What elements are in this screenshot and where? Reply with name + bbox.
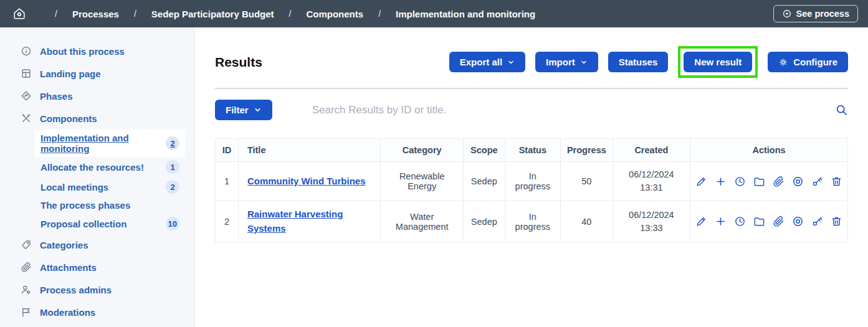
breadcrumb-components[interactable]: Components bbox=[306, 9, 363, 19]
tools-icon bbox=[21, 113, 32, 124]
row-actions bbox=[695, 216, 842, 227]
component-label: Allocate the resources! bbox=[41, 162, 144, 173]
sidebar-item-about[interactable]: About this process bbox=[0, 40, 194, 62]
results-panel: Results Export all Import Statuses bbox=[194, 27, 868, 327]
page-title: Results bbox=[215, 55, 262, 70]
table-row: 1 Community Wind Turbines Renewable Ener… bbox=[216, 162, 848, 201]
see-process-button[interactable]: See process bbox=[773, 5, 858, 22]
result-category: Renewable Energy bbox=[386, 171, 457, 191]
component-label: Proposal collection bbox=[41, 219, 126, 229]
results-toolbar: Export all Import Statuses New re bbox=[449, 46, 848, 78]
sidebar-item-label: Components bbox=[40, 113, 97, 124]
search-icon[interactable] bbox=[835, 103, 848, 116]
component-label: The process phases bbox=[41, 200, 130, 211]
paperclip-icon[interactable] bbox=[773, 176, 785, 187]
info-icon bbox=[21, 45, 32, 57]
search-input[interactable] bbox=[312, 104, 829, 116]
column-header-scope: Scope bbox=[463, 139, 505, 162]
sidebar-item-label: Moderations bbox=[40, 307, 95, 318]
result-scope: Sedep bbox=[463, 162, 505, 201]
chevron-down-icon bbox=[580, 59, 588, 66]
breadcrumb-process-name[interactable]: Sedep Participatory Budget bbox=[151, 9, 274, 19]
edit-pencil-icon[interactable] bbox=[695, 216, 707, 227]
sidebar-item-label: About this process bbox=[40, 46, 125, 57]
trash-icon[interactable] bbox=[831, 176, 842, 187]
result-created: 06/12/2024 13:31 bbox=[622, 168, 680, 194]
sidebar-component-allocate-resources[interactable]: Allocate the resources! 1 bbox=[35, 157, 185, 177]
home-icon bbox=[12, 7, 26, 21]
see-process-label: See process bbox=[796, 9, 849, 19]
key-icon[interactable] bbox=[811, 176, 823, 187]
annotation-highlight-box: New result bbox=[678, 46, 758, 78]
breadcrumb-separator: / bbox=[55, 9, 57, 19]
admin-user-icon bbox=[21, 284, 32, 295]
result-title-link[interactable]: Community Wind Turbines bbox=[247, 176, 366, 186]
clock-icon[interactable] bbox=[734, 176, 746, 187]
count-badge: 10 bbox=[166, 217, 179, 230]
eye-icon[interactable] bbox=[792, 176, 804, 187]
result-id: 1 bbox=[216, 162, 239, 201]
paperclip-icon bbox=[21, 262, 32, 273]
column-header-category: Category bbox=[381, 139, 463, 162]
sidebar-item-attachments[interactable]: Attachments bbox=[0, 256, 194, 278]
component-label: Local meetings bbox=[41, 182, 108, 192]
sidebar-item-label: Process admins bbox=[40, 285, 112, 295]
breadcrumb-separator: / bbox=[378, 9, 381, 19]
result-id: 2 bbox=[216, 201, 239, 242]
sidebar-component-local-meetings[interactable]: Local meetings 2 bbox=[35, 177, 185, 197]
sidebar-component-process-phases[interactable]: The process phases bbox=[35, 197, 185, 214]
result-title-link[interactable]: Rainwater Harvesting Systems bbox=[247, 209, 343, 234]
new-result-button[interactable]: New result bbox=[684, 52, 752, 72]
results-table: ID Title Category Scope Status Progress … bbox=[215, 138, 848, 242]
key-icon[interactable] bbox=[811, 216, 823, 227]
result-scope: Sedep bbox=[463, 201, 505, 242]
sidebar-item-categories[interactable]: Categories bbox=[0, 234, 194, 256]
sidebar-component-proposal-collection[interactable]: Proposal collection 10 bbox=[35, 214, 185, 234]
table-header-row: ID Title Category Scope Status Progress … bbox=[216, 139, 848, 162]
home-button[interactable] bbox=[12, 7, 26, 21]
result-created: 06/12/2024 13:33 bbox=[622, 209, 680, 235]
trash-icon[interactable] bbox=[831, 216, 842, 227]
chevron-down-icon bbox=[507, 59, 515, 66]
sidebar-item-moderations[interactable]: Moderations bbox=[0, 301, 194, 323]
layout-grid-icon bbox=[21, 68, 32, 79]
import-label: Import bbox=[546, 57, 575, 67]
components-submenu: Implementation and monitoring 2 Allocate… bbox=[0, 130, 194, 234]
export-all-button[interactable]: Export all bbox=[449, 52, 525, 72]
eye-icon[interactable] bbox=[792, 216, 804, 227]
table-row: 2 Rainwater Harvesting Systems Water Man… bbox=[216, 201, 848, 242]
folder-icon[interactable] bbox=[753, 216, 765, 227]
breadcrumb-current-component[interactable]: Implementation and monitoring bbox=[396, 9, 535, 19]
new-result-label: New result bbox=[694, 57, 742, 67]
clock-icon[interactable] bbox=[734, 216, 746, 227]
plus-icon[interactable] bbox=[715, 216, 727, 227]
statuses-button[interactable]: Statuses bbox=[608, 52, 669, 72]
filter-button[interactable]: Filter bbox=[215, 100, 272, 120]
plus-icon[interactable] bbox=[715, 176, 727, 187]
result-status: In progress bbox=[515, 212, 551, 232]
paperclip-icon[interactable] bbox=[773, 216, 785, 227]
folder-icon[interactable] bbox=[753, 176, 765, 187]
import-button[interactable]: Import bbox=[535, 52, 598, 72]
sidebar-item-label: Categories bbox=[40, 240, 88, 250]
sidebar-item-components[interactable]: Components bbox=[0, 107, 194, 130]
count-badge: 1 bbox=[166, 160, 179, 174]
sidebar-item-process-admins[interactable]: Process admins bbox=[0, 278, 194, 301]
target-eye-icon bbox=[782, 9, 792, 19]
sidebar-item-label: Phases bbox=[40, 91, 73, 102]
column-header-title: Title bbox=[238, 139, 381, 162]
tag-icon bbox=[21, 239, 32, 250]
column-header-status: Status bbox=[505, 139, 560, 162]
result-status: In progress bbox=[515, 171, 551, 191]
configure-button[interactable]: Configure bbox=[768, 52, 848, 72]
column-header-id: ID bbox=[216, 139, 239, 162]
sidebar-item-landing-page[interactable]: Landing page bbox=[0, 62, 194, 85]
edit-pencil-icon[interactable] bbox=[695, 176, 707, 187]
sidebar-component-implementation-monitoring[interactable]: Implementation and monitoring 2 bbox=[35, 130, 185, 157]
sidebar-item-phases[interactable]: Phases bbox=[0, 85, 194, 107]
breadcrumb-processes[interactable]: Processes bbox=[72, 9, 119, 19]
chevron-down-icon bbox=[254, 106, 262, 114]
phases-diamond-icon bbox=[21, 90, 32, 102]
breadcrumb-separator: / bbox=[134, 9, 136, 19]
header-divider bbox=[215, 88, 848, 89]
